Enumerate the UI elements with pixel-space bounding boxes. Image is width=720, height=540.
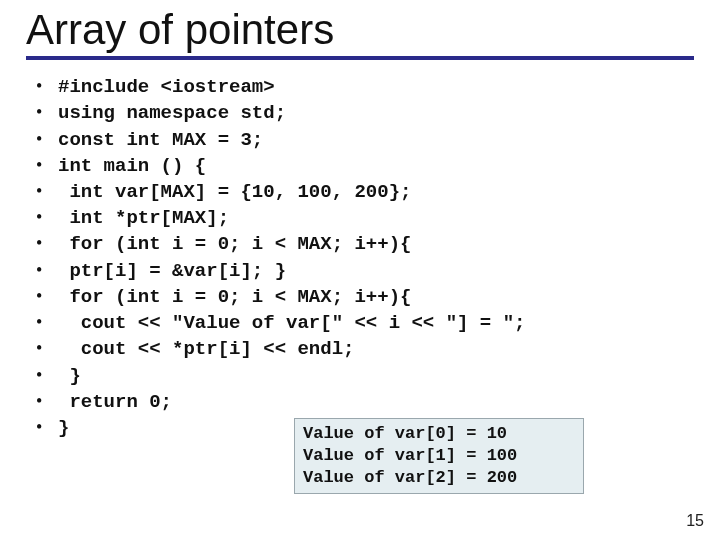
output-line: Value of var[2] = 200 [303, 468, 517, 487]
code-line: for (int i = 0; i < MAX; i++){ [36, 231, 720, 257]
slide: Array of pointers #include <iostream> us… [0, 0, 720, 540]
code-line: const int MAX = 3; [36, 127, 720, 153]
code-line: #include <iostream> [36, 74, 720, 100]
code-line: int main () { [36, 153, 720, 179]
slide-title: Array of pointers [0, 0, 720, 52]
title-underline [26, 56, 694, 60]
code-line: } [36, 363, 720, 389]
code-line: return 0; [36, 389, 720, 415]
code-line: int var[MAX] = {10, 100, 200}; [36, 179, 720, 205]
code-line: cout << "Value of var[" << i << "] = "; [36, 310, 720, 336]
output-line: Value of var[1] = 100 [303, 446, 517, 465]
code-line: int *ptr[MAX]; [36, 205, 720, 231]
code-block: #include <iostream> using namespace std;… [36, 74, 720, 441]
code-line: cout << *ptr[i] << endl; [36, 336, 720, 362]
code-line: using namespace std; [36, 100, 720, 126]
page-number: 15 [686, 512, 704, 530]
code-line: ptr[i] = &var[i]; } [36, 258, 720, 284]
output-line: Value of var[0] = 10 [303, 424, 507, 443]
code-line: for (int i = 0; i < MAX; i++){ [36, 284, 720, 310]
output-box: Value of var[0] = 10 Value of var[1] = 1… [294, 418, 584, 494]
